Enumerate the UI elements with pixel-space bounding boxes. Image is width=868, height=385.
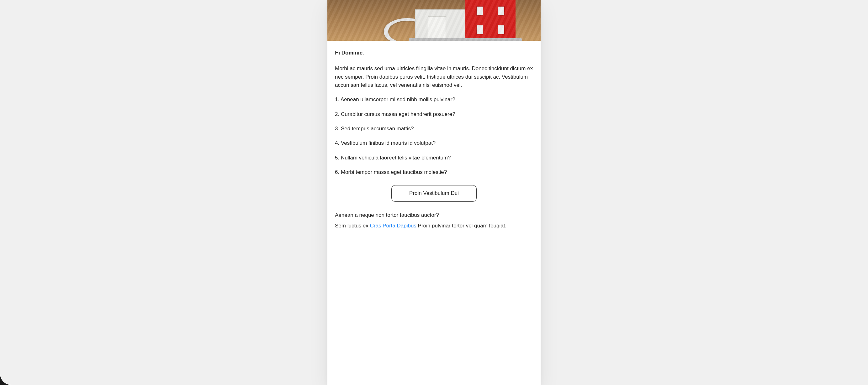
hero-image xyxy=(328,0,540,41)
keyring-icon xyxy=(384,18,431,41)
email-card: Hi Dominic, Morbi ac mauris sed urna ult… xyxy=(328,0,540,385)
list-item: Morbi tempor massa eget faucibus molesti… xyxy=(335,168,533,176)
cta-button[interactable]: Proin Vestibulum Dui xyxy=(391,185,477,202)
list-item: Nullam vehicula laoreet felis vitae elem… xyxy=(335,154,533,162)
question-list: Aenean ullamcorper mi sed nibh mollis pu… xyxy=(335,96,533,176)
intro-paragraph: Morbi ac mauris sed urna ultricies fring… xyxy=(335,65,533,89)
followup-line-1: Aenean a neque non tortor faucibus aucto… xyxy=(335,211,533,219)
house-illustration xyxy=(409,0,522,41)
followup-pre: Sem luctus ex xyxy=(335,223,370,229)
list-item: Curabitur cursus massa eget hendrerit po… xyxy=(335,110,533,118)
greeting-line: Hi Dominic, xyxy=(335,49,533,57)
list-item: Vestibulum finibus id mauris id volutpat… xyxy=(335,139,533,147)
list-item: Aenean ullamcorper mi sed nibh mollis pu… xyxy=(335,96,533,104)
email-body: Hi Dominic, Morbi ac mauris sed urna ult… xyxy=(328,41,540,242)
greeting-suffix: , xyxy=(363,50,364,56)
greeting-name: Dominic xyxy=(341,50,363,56)
cta-container: Proin Vestibulum Dui xyxy=(335,185,533,202)
window-corner xyxy=(0,374,11,385)
followup-link[interactable]: Cras Porta Dapibus xyxy=(370,223,416,229)
followup-line-2: Sem luctus ex Cras Porta Dapibus Proin p… xyxy=(335,222,533,230)
greeting-prefix: Hi xyxy=(335,50,341,56)
list-item: Sed tempus accumsan mattis? xyxy=(335,125,533,133)
followup-post: Proin pulvinar tortor vel quam feugiat. xyxy=(416,223,506,229)
